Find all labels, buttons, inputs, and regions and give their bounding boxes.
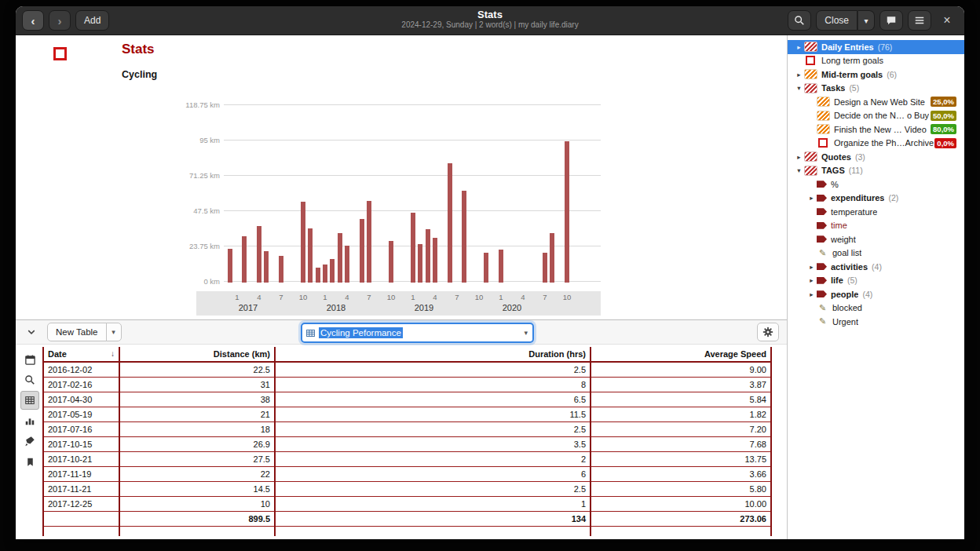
table-cell[interactable]: 2017-10-15 [43,437,119,452]
table-cell[interactable] [43,527,119,537]
add-button[interactable]: Add [75,10,109,31]
tree-item-urgent[interactable]: ✎Urgent [788,315,964,329]
table-view-button[interactable] [20,391,39,410]
column-header-average-speed[interactable]: Average Speed [591,347,771,362]
table-cell[interactable]: 31 [119,378,275,392]
tree-item-daily-entries[interactable]: ▸Daily Entries(76) [788,40,964,54]
table-cell[interactable]: 3.87 [591,378,771,392]
close-entry-button[interactable]: Close [816,10,858,31]
table-cell[interactable]: 2017-05-19 [43,407,119,422]
tree-item-goal-list[interactable]: ✎goal list [788,246,964,261]
table-cell[interactable]: 22 [119,467,275,482]
table-cell[interactable]: 2.5 [275,422,591,437]
tree-item-weight[interactable]: weight [788,232,964,246]
table-row[interactable]: 2017-05-192111.51.82 [43,407,771,422]
table-cell[interactable]: 14.5 [119,482,275,497]
table-cell[interactable]: 8 [275,378,591,392]
tree-item-long-term-goals[interactable]: Long term goals [788,54,964,68]
tree-item-blocked[interactable]: ✎blocked [788,301,964,316]
table-cell[interactable]: 7.20 [591,422,771,437]
table-cell[interactable]: 13.75 [591,452,771,467]
column-header-distance-km[interactable]: Distance (km) [119,347,275,362]
table-cell[interactable]: 27.5 [119,452,275,467]
table-row[interactable]: 2017-10-2127.5213.75 [43,452,771,467]
table-cell[interactable]: 899.5 [119,512,275,527]
tree-item-decide-on-the-n-o-buy[interactable]: Decide on the N… o Buy50,0% [788,109,964,123]
search-button[interactable] [788,10,811,31]
close-dropdown-button[interactable]: ▾ [858,10,875,31]
tree-item-tags[interactable]: ▾TAGS(11) [788,164,964,178]
table-cell[interactable]: 2017-07-16 [43,422,119,437]
table-cell[interactable]: 6.5 [275,392,591,407]
tree-item-expenditures[interactable]: ▸expenditures(2) [788,192,964,206]
comment-button[interactable] [879,10,903,31]
forward-button[interactable]: › [49,10,71,31]
expander-closed-icon[interactable]: ▸ [794,43,804,51]
table-cell[interactable] [119,527,275,537]
expander-open-icon[interactable]: ▾ [794,166,804,174]
new-table-button[interactable]: New Table [47,323,107,341]
table-cell[interactable]: 2 [275,452,591,467]
table-selector-combobox[interactable]: Cycling Peformance ▾ [301,323,534,343]
table-cell[interactable] [43,512,119,527]
tree-item-quotes[interactable]: ▸Quotes(3) [788,150,964,164]
table-row[interactable]: 2017-07-16182.57.20 [43,422,771,437]
table-cell[interactable]: 26.9 [119,437,275,452]
bookmark-view-button[interactable] [20,452,39,471]
table-cell[interactable]: 2017-11-19 [43,467,119,482]
expander-open-icon[interactable]: ▾ [794,84,804,92]
table-stub-row[interactable] [43,527,771,537]
table-cell[interactable] [591,527,771,537]
expander-closed-icon[interactable]: ▸ [794,71,804,78]
table-row[interactable]: 2017-02-163183.87 [43,378,771,392]
table-cell[interactable]: 2.5 [275,482,591,497]
calendar-view-button[interactable] [20,350,39,369]
table-cell[interactable]: 9.00 [591,362,771,378]
table-cell[interactable]: 1 [275,497,591,512]
tree-item-%[interactable]: % [788,177,964,192]
expander-closed-icon[interactable]: ▸ [806,290,817,298]
table-cell[interactable]: 273.06 [591,512,771,527]
table-cell[interactable]: 18 [119,422,275,437]
table-cell[interactable]: 2017-04-30 [43,392,119,407]
table-cell[interactable]: 6 [275,467,591,482]
table-cell[interactable]: 2.5 [275,362,591,378]
table-cell[interactable]: 2016-12-02 [43,362,119,378]
tree-item-organize-the-ph-archive[interactable]: Organize the Ph…Archive0,0% [788,137,964,151]
tree-item-life[interactable]: ▸life(5) [788,274,964,288]
table-cell[interactable]: 3.5 [275,437,591,452]
back-button[interactable]: ‹ [22,10,44,31]
column-header-date[interactable]: Date↓ [43,347,119,362]
tree-item-activities[interactable]: ▸activities(4) [788,260,964,274]
table-cell[interactable]: 134 [275,512,591,527]
table-cell[interactable]: 11.5 [275,407,591,422]
tree-item-time[interactable]: time [788,219,964,233]
table-settings-button[interactable] [757,323,779,341]
table-cell[interactable]: 21 [119,407,275,422]
menu-button[interactable] [908,10,931,31]
tree-item-tasks[interactable]: ▾Tasks(5) [788,82,964,96]
tree-item-people[interactable]: ▸people(4) [788,287,964,301]
table-row[interactable]: 2016-12-0222.52.59.00 [43,362,771,378]
table-cell[interactable]: 3.66 [591,467,771,482]
tree-item-design-a-new-web-site[interactable]: Design a New Web Site25,0% [788,95,964,109]
new-table-dropdown-button[interactable]: ▾ [106,323,122,341]
table-row[interactable]: 2017-11-192263.66 [43,467,771,482]
expander-closed-icon[interactable]: ▸ [794,153,804,161]
table-row[interactable]: 2017-04-30386.55.84 [43,392,771,407]
search-view-button[interactable] [20,370,39,389]
table-cell[interactable] [275,527,591,537]
table-cell[interactable]: 5.84 [591,392,771,407]
expander-closed-icon[interactable]: ▸ [806,276,817,284]
tree-item-mid-term-goals[interactable]: ▸Mid-term goals(6) [788,68,964,82]
table-cell[interactable]: 2017-02-16 [43,378,119,392]
table-cell[interactable]: 10.00 [591,497,771,512]
table-cell[interactable]: 38 [119,392,275,407]
window-close-button[interactable]: × [936,10,958,31]
table-row[interactable]: 2017-11-2114.52.55.80 [43,482,771,497]
table-cell[interactable]: 22.5 [119,362,275,378]
table-row[interactable]: 2017-12-2510110.00 [43,497,771,512]
table-row[interactable]: 2017-10-1526.93.57.68 [43,437,771,452]
expander-closed-icon[interactable]: ▸ [806,194,817,202]
table-cell[interactable]: 2017-12-25 [43,497,119,512]
